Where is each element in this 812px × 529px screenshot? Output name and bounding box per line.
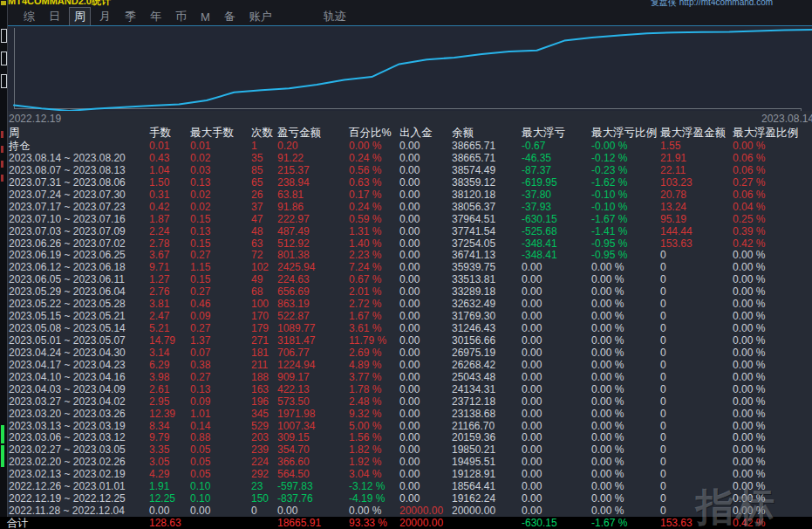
cell-max-float-profit-pct: 0.00 % [733,359,765,371]
cell-lots: 0.31 [149,189,169,201]
cell-cash-flow: 0.00 [399,347,420,359]
table-row[interactable]: 2023.05.22 ~ 2023.05.283.810.46100863.19… [0,298,812,310]
equity-curve [14,30,812,111]
position-row[interactable]: 持仓0.010.0110.200.00 %0.0038665.71-0.67-0… [0,140,812,152]
cell-pnl: -837.76 [277,492,313,505]
table-row[interactable]: 2023.03.20 ~ 2023.03.2612.391.013451971.… [0,408,812,420]
cell-lots: 128.63 [149,517,181,529]
cell-max-float-loss-pct: 0.00 % [591,322,624,334]
menu-item-月[interactable]: 月 [95,8,115,25]
cell-max-float-profit-pct: 0.00 % [733,395,765,408]
cell-max-float-loss: -619.95 [522,176,557,189]
cell-max-lots: 0.02 [190,152,210,164]
menu-item-币[interactable]: 币 [171,8,191,25]
table-row[interactable]: 2023.06.05 ~ 2023.06.111.270.1549224.630… [0,273,812,285]
table-row[interactable]: 2022.11.28 ~ 2022.12.040.000.0000.000.00… [0,505,812,517]
cell-max-float-loss-pct: 0.00 % [591,298,624,310]
cell-balance: 25043.48 [452,371,495,383]
cell-max-float-profit-pct: 0.00 % [733,322,765,334]
cell-max-float-loss-pct: 0.00 % [591,334,624,347]
cell-max-lots: 0.27 [190,322,210,334]
table-row[interactable]: 2023.05.29 ~ 2023.06.042.760.2768656.692… [0,285,812,298]
table-row[interactable]: 2023.04.03 ~ 2023.04.092.610.13163422.13… [0,383,812,395]
cell-max-float-profit-pct: 0.00 % [733,492,765,505]
menu-item-周[interactable]: 周 [70,8,90,25]
cell-cash-flow: 0.00 [399,310,420,322]
table-row[interactable]: 2023.05.01 ~ 2023.05.0714.791.372713181.… [0,334,812,347]
table-row[interactable]: 2023.04.10 ~ 2023.04.163.980.27188909.17… [0,371,812,383]
table-row[interactable]: 2023.06.12 ~ 2023.06.189.711.151022425.9… [0,261,812,273]
table-row[interactable]: 2023.02.13 ~ 2023.02.194.290.05292564.50… [0,468,812,480]
menu-item-轨迹[interactable]: 轨迹 [319,8,351,25]
cell-max-float-profit-pct: 0.06 % [733,189,765,201]
cell-lots: 0.01 [149,140,169,152]
cell-balance: 31246.43 [452,322,495,334]
table-row[interactable]: 2023.05.08 ~ 2023.05.145.210.271791089.7… [0,322,812,334]
cell-max-float-loss-pct: -1.62 % [591,176,627,189]
table-row[interactable]: 2023.07.17 ~ 2023.07.230.420.023791.860.… [0,201,812,213]
table-row[interactable]: 2023.03.27 ~ 2023.04.022.950.09196573.50… [0,395,812,408]
left-strip-fragment [1,74,7,88]
cell-max-float-loss: 0.00 [522,383,542,395]
table-row[interactable]: 2023.07.03 ~ 2023.07.092.240.1348487.491… [0,225,812,237]
table-row[interactable]: 2023.08.07 ~ 2023.08.131.040.0385215.370… [0,164,812,176]
cell-pct: 2.72 % [349,298,381,310]
menu-item-综[interactable]: 综 [19,8,39,25]
cell-lots: 3.98 [149,371,169,383]
cell-period: 2023.05.01 ~ 2023.05.07 [9,334,126,347]
table-row[interactable]: 2023.06.26 ~ 2023.07.022.780.1563512.921… [0,237,812,250]
cell-pct: 0.17 % [349,189,381,201]
cell-max-float-loss-pct: -0.00 % [591,140,627,152]
chart-axis-labels: 2022.12.19 2023.08.14 [0,111,812,126]
cell-period: 2023.03.20 ~ 2023.03.26 [9,408,126,420]
table-row[interactable]: 2023.04.17 ~ 2023.04.236.290.382111224.9… [0,359,812,371]
table-row[interactable]: 2022.12.26 ~ 2023.01.011.910.1023-597.83… [0,480,812,492]
cell-max-lots: 0.38 [190,359,210,371]
menu-item-日[interactable]: 日 [44,8,65,25]
cell-max-float-profit-pct: 0.00 % [733,140,765,152]
menu-item-年[interactable]: 年 [146,8,166,25]
cell-pct: 3.77 % [349,371,381,383]
table-row[interactable]: 2023.08.14 ~ 2023.08.200.430.023591.220.… [0,152,812,164]
left-strip-fragment [1,131,3,138]
table-row[interactable]: 2023.03.13 ~ 2023.03.198.340.145291007.3… [0,420,812,432]
cell-max-float-loss-pct: 0.00 % [591,480,624,492]
table-row[interactable]: 2023.05.15 ~ 2023.05.212.470.09170522.87… [0,310,812,322]
cell-max-float-loss-pct: -0.10 % [591,201,627,213]
cell-max-float-loss: -46.35 [522,152,551,164]
table-total-row: 合计128.6318665.9193.33 %20000.00-630.15-1… [0,517,812,529]
table-row[interactable]: 2023.03.06 ~ 2023.03.129.790.88203309.15… [0,431,812,443]
cell-max-float-profit-pct: 0.00 % [733,347,765,359]
col-header-trades: 次数 [251,127,273,139]
cell-max-float-loss: 0.00 [522,334,542,347]
cell-pnl: 2425.94 [277,261,315,273]
menu-item-季[interactable]: 季 [120,8,140,25]
table-row[interactable]: 2023.02.27 ~ 2023.03.053.350.05239354.70… [0,443,812,456]
cell-cash-flow: 20000.00 [399,505,443,517]
menu-item-账户[interactable]: 账户 [245,8,276,25]
table-row[interactable]: 2023.04.24 ~ 2023.04.303.140.07181706.77… [0,347,812,359]
table-row[interactable]: 2023.07.31 ~ 2023.08.061.500.1365238.940… [0,176,812,189]
cell-max-float-profit: 22.11 [660,164,686,176]
cell-pct: 1.67 % [349,310,381,322]
cell-max-float-profit: 0 [660,310,666,322]
table-row[interactable]: 2023.07.10 ~ 2023.07.161.870.1547222.970… [0,213,812,225]
cell-max-float-loss: 0.00 [522,285,542,298]
cell-pnl: 522.87 [277,310,310,322]
table-row[interactable]: 2023.07.24 ~ 2023.07.300.310.022663.810.… [0,189,812,201]
table-row[interactable]: 2022.12.19 ~ 2022.12.2512.250.10150-837.… [0,492,812,505]
table-row[interactable]: 2023.02.20 ~ 2023.02.263.050.05224366.60… [0,456,812,468]
cell-cash-flow: 0.00 [399,443,420,456]
table-row[interactable]: 2023.06.19 ~ 2023.06.253.670.2772801.382… [0,249,812,261]
cell-max-float-profit-pct: 0.00 % [733,273,765,285]
cell-max-float-loss: 0.00 [522,456,542,468]
cell-max-lots: 0.00 [190,505,210,517]
cell-trades: 196 [251,395,269,408]
cell-lots: 1.91 [149,480,169,492]
cell-pct: 1.56 % [349,431,381,443]
cell-pct: -3.12 % [349,480,385,492]
menu-item-M[interactable]: M [196,10,215,24]
menu-item-备[interactable]: 备 [220,8,240,25]
cell-cash-flow: 0.00 [399,176,420,189]
cell-max-float-profit: 21.91 [660,152,686,164]
